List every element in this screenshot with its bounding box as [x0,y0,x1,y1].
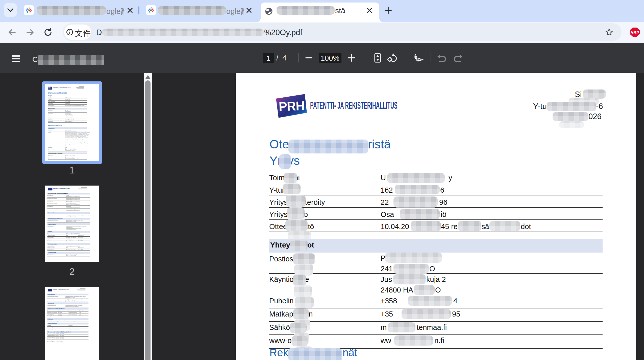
svg-text:PRH: PRH [279,99,305,114]
svg-text:ABP: ABP [630,30,639,35]
